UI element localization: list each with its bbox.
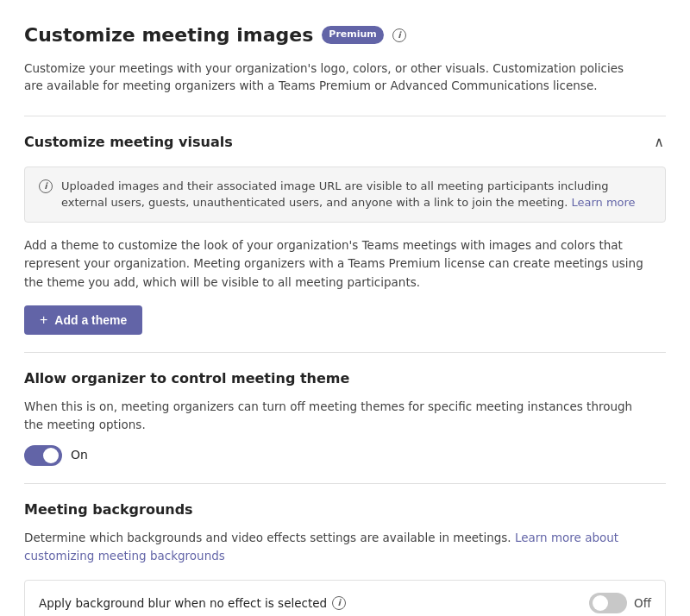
visuals-section: Customize meeting visuals ∧ i Uploaded i… (24, 116, 666, 336)
blur-toggle[interactable] (589, 593, 627, 613)
blur-toggle-slider (589, 593, 627, 613)
blur-setting-control: Off (589, 593, 651, 613)
blur-info-icon[interactable]: i (332, 596, 346, 610)
table-row: Apply background blur when no effect is … (25, 581, 665, 616)
blur-setting-label: Apply background blur when no effect is … (39, 594, 346, 612)
visuals-section-title: Customize meeting visuals (24, 132, 233, 153)
visuals-info-box: i Uploaded images and their associated i… (24, 167, 666, 223)
organizer-section-title: Allow organizer to control meeting theme (24, 368, 666, 389)
backgrounds-section-description: Determine which backgrounds and video ef… (24, 529, 645, 566)
info-box-main-text: Uploaded images and their associated ima… (61, 179, 609, 210)
add-theme-button[interactable]: + Add a theme (24, 305, 142, 335)
visuals-collapse-icon[interactable]: ∧ (652, 130, 666, 154)
page-description: Customize your meetings with your organi… (24, 60, 645, 95)
organizer-toggle[interactable] (24, 445, 62, 466)
organizer-toggle-row: On (24, 445, 666, 466)
info-box-icon: i (39, 178, 53, 211)
backgrounds-settings-table: Apply background blur when no effect is … (24, 580, 666, 616)
page-info-icon[interactable]: i (392, 28, 406, 42)
page-header: Customize meeting images Premium i (24, 21, 666, 49)
premium-badge: Premium (322, 26, 383, 44)
info-box-text: Uploaded images and their associated ima… (61, 178, 651, 211)
organizer-toggle-label: On (71, 446, 88, 464)
plus-icon: + (40, 312, 47, 328)
add-theme-button-label: Add a theme (54, 313, 127, 327)
visuals-section-header: Customize meeting visuals ∧ (24, 130, 666, 154)
organizer-section: Allow organizer to control meeting theme… (24, 352, 666, 466)
info-box-learn-more-link[interactable]: Learn more (571, 196, 635, 209)
info-circle-icon: i (39, 179, 53, 193)
theme-description: Add a theme to customize the look of you… (24, 236, 645, 292)
blur-setting-text: Apply background blur when no effect is … (39, 594, 327, 612)
backgrounds-section-title: Meeting backgrounds (24, 500, 666, 520)
organizer-toggle-slider (24, 445, 62, 466)
organizer-section-description: When this is on, meeting organizers can … (24, 398, 645, 433)
backgrounds-description-text: Determine which backgrounds and video ef… (24, 531, 511, 544)
blur-off-label: Off (634, 594, 651, 612)
backgrounds-section: Meeting backgrounds Determine which back… (24, 483, 666, 616)
page-title: Customize meeting images (24, 21, 313, 49)
